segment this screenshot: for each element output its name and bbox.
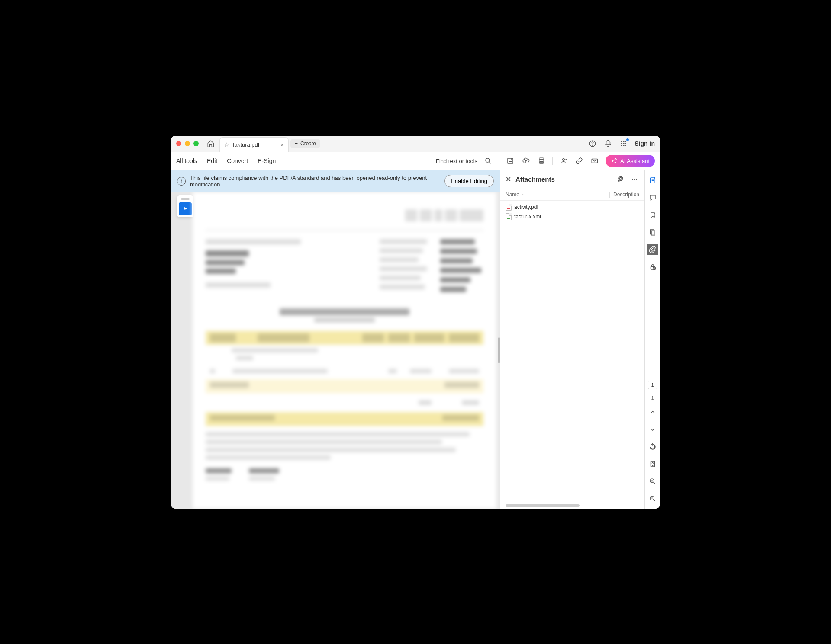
window-maximize-button[interactable]: [193, 141, 199, 146]
save-button[interactable]: [506, 156, 515, 166]
panel-column-headers: Name ︿ Description: [500, 189, 644, 201]
svg-point-18: [620, 177, 622, 179]
svg-point-1: [593, 145, 593, 145]
search-attachments-button[interactable]: [616, 175, 625, 184]
email-button[interactable]: [590, 156, 599, 166]
svg-point-19: [632, 179, 633, 179]
share-button[interactable]: [559, 156, 568, 166]
svg-point-11: [486, 158, 490, 162]
panel-title: Attachments: [515, 176, 555, 183]
esign-menu[interactable]: E-Sign: [258, 157, 276, 164]
scrollbar-thumb[interactable]: [498, 337, 500, 363]
notifications-button[interactable]: [603, 139, 613, 148]
app-window: ☆ faktura.pdf × + Create Sign in All too…: [171, 136, 660, 509]
cloud-upload-button[interactable]: [521, 156, 531, 166]
panel-header: ✕ Attachments: [500, 170, 644, 189]
floating-toolbar[interactable]: [177, 195, 193, 217]
create-button[interactable]: + Create: [290, 139, 320, 148]
main-toolbar: All tools Edit Convert E-Sign Find text …: [171, 152, 660, 170]
bookmarks-button[interactable]: [647, 209, 658, 221]
attachment-name: activity.pdf: [514, 204, 538, 210]
pdf-file-icon: [506, 204, 512, 211]
selection-tool-button[interactable]: [179, 202, 192, 215]
zoom-out-button[interactable]: [647, 493, 658, 504]
thumbnails-button[interactable]: [647, 227, 658, 238]
page-number-input[interactable]: 1: [648, 381, 657, 389]
attachments-button[interactable]: [647, 244, 658, 255]
svg-point-21: [636, 179, 637, 179]
pdfa-banner: i This file claims compliance with the P…: [171, 170, 500, 192]
page-up-button[interactable]: [647, 407, 658, 418]
svg-rect-8: [621, 145, 622, 146]
titlebar: ☆ faktura.pdf × + Create Sign in: [171, 136, 660, 152]
generative-summary-button[interactable]: [647, 175, 658, 186]
attachment-name: factur-x.xml: [514, 214, 541, 220]
description-column-header[interactable]: Description: [613, 192, 639, 198]
comments-button[interactable]: [647, 192, 658, 203]
name-column-header[interactable]: Name ︿: [506, 192, 606, 198]
star-icon[interactable]: ☆: [224, 141, 229, 148]
document-tab[interactable]: ☆ faktura.pdf ×: [219, 137, 289, 152]
svg-rect-9: [623, 145, 625, 146]
rotate-button[interactable]: [647, 441, 658, 452]
window-controls: [176, 141, 199, 146]
svg-rect-4: [625, 141, 626, 142]
svg-rect-12: [508, 158, 513, 163]
svg-point-16: [563, 159, 565, 161]
attachment-item[interactable]: factur-x.xml: [500, 212, 644, 221]
create-label: Create: [300, 141, 316, 147]
attachments-panel: ✕ Attachments Name ︿ Description activit…: [500, 170, 644, 509]
svg-rect-2: [621, 141, 622, 142]
tab-title: faktura.pdf: [233, 141, 259, 148]
panel-options-button[interactable]: [630, 175, 639, 184]
link-button[interactable]: [574, 156, 584, 166]
signin-button[interactable]: Sign in: [635, 140, 655, 147]
right-rail: 1 1: [644, 170, 660, 509]
document-viewport[interactable]: [171, 192, 500, 509]
plus-icon: +: [295, 141, 298, 147]
security-button[interactable]: [647, 261, 658, 272]
svg-rect-6: [623, 143, 625, 144]
svg-rect-5: [621, 143, 622, 144]
window-minimize-button[interactable]: [185, 141, 190, 146]
ai-assistant-button[interactable]: AI Assistant: [606, 155, 655, 167]
page-down-button[interactable]: [647, 424, 658, 435]
toolbar-drag-handle[interactable]: [181, 198, 190, 200]
tab-close-button[interactable]: ×: [280, 141, 284, 148]
svg-rect-10: [625, 145, 626, 146]
window-close-button[interactable]: [176, 141, 181, 146]
attachment-item[interactable]: activity.pdf: [500, 202, 644, 212]
print-button[interactable]: [537, 156, 546, 166]
toolbar-divider: [499, 157, 499, 165]
search-button[interactable]: [483, 156, 493, 166]
find-label: Find text or tools: [436, 158, 477, 164]
pdf-page-content: [193, 192, 496, 509]
attachments-list: activity.pdffactur-x.xml: [500, 201, 644, 223]
help-button[interactable]: [588, 139, 597, 148]
convert-menu[interactable]: Convert: [227, 157, 248, 164]
svg-rect-3: [623, 141, 625, 142]
svg-point-20: [634, 179, 635, 179]
xml-file-icon: [506, 213, 512, 220]
page-total: 1: [651, 395, 654, 400]
ai-label: AI Assistant: [620, 158, 650, 164]
info-icon: i: [177, 177, 186, 186]
zoom-in-button[interactable]: [647, 476, 658, 487]
notification-dot-icon: [626, 138, 629, 141]
ai-sparkle-icon: [611, 157, 618, 164]
edit-menu[interactable]: Edit: [207, 157, 217, 164]
document-area: i This file claims compliance with the P…: [171, 170, 500, 509]
content-area: i This file claims compliance with the P…: [171, 170, 660, 509]
cursor-icon: [182, 206, 188, 212]
all-tools-menu[interactable]: All tools: [176, 157, 197, 164]
sort-ascending-icon: ︿: [521, 192, 525, 197]
banner-message: This file claims compliance with the PDF…: [190, 175, 440, 188]
enable-editing-button[interactable]: Enable Editing: [444, 175, 494, 187]
fit-page-button[interactable]: [647, 458, 658, 470]
home-button[interactable]: [206, 138, 216, 149]
svg-rect-7: [625, 143, 626, 144]
panel-close-button[interactable]: ✕: [506, 175, 511, 183]
toolbar-divider: [552, 157, 553, 165]
apps-button[interactable]: [619, 139, 628, 148]
panel-scrollbar[interactable]: [506, 504, 580, 507]
